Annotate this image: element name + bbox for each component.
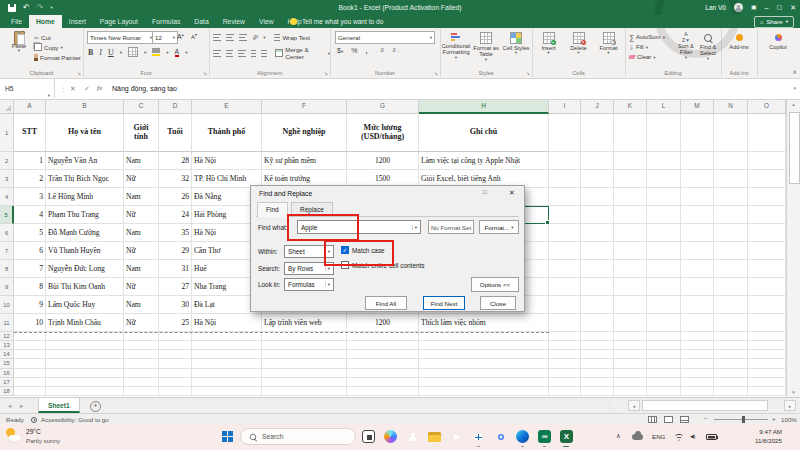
format-cells-button[interactable]: ✱ Format▾ [594, 32, 623, 56]
normal-view-icon[interactable] [648, 416, 657, 423]
cell[interactable] [549, 332, 581, 341]
align-top-icon[interactable] [213, 34, 221, 41]
column-header-L[interactable]: L [647, 99, 681, 114]
edge-icon[interactable] [516, 430, 529, 443]
cell[interactable] [614, 369, 647, 378]
cell[interactable]: 28 [159, 152, 192, 170]
cell[interactable]: 29 [159, 242, 192, 260]
cell[interactable]: Họ và tên [46, 114, 124, 152]
percent-format-icon[interactable]: % [351, 47, 357, 54]
cell[interactable]: 7 [14, 260, 46, 278]
cell[interactable] [681, 206, 714, 224]
cell[interactable] [614, 170, 647, 188]
cell[interactable] [124, 332, 159, 341]
collapse-ribbon-icon[interactable]: ∧ [793, 68, 797, 75]
cell[interactable] [262, 387, 347, 396]
cell[interactable] [681, 369, 714, 378]
row-header-2[interactable]: 2 [0, 152, 14, 170]
clipboard-dialog-launcher-icon[interactable]: ↘ [77, 70, 81, 76]
cell[interactable] [192, 359, 262, 368]
cell[interactable] [419, 350, 549, 359]
share-button[interactable]: ⌂ Share ▾ [754, 16, 794, 28]
expand-formula-bar-icon[interactable]: ▾ [793, 79, 796, 98]
row-header-12[interactable]: 12 [0, 332, 14, 341]
cell[interactable] [748, 387, 786, 396]
user-avatar[interactable] [734, 3, 743, 12]
language-indicator[interactable]: ENG [652, 433, 665, 440]
cell[interactable] [46, 332, 124, 341]
cell[interactable] [159, 350, 192, 359]
dialog-maximize-icon[interactable]: □ [483, 189, 487, 195]
fill-color-icon[interactable] [152, 48, 160, 56]
cell[interactable] [681, 224, 714, 242]
cell[interactable] [581, 387, 614, 396]
cell[interactable] [681, 242, 714, 260]
cell[interactable] [262, 341, 347, 350]
column-header-C[interactable]: C [124, 99, 159, 114]
cell[interactable] [347, 369, 419, 378]
cell[interactable] [581, 224, 614, 242]
zoom-slider-thumb[interactable] [742, 416, 745, 423]
cell[interactable] [681, 332, 714, 341]
cell[interactable] [159, 359, 192, 368]
cell[interactable] [748, 188, 786, 206]
font-dialog-launcher-icon[interactable]: ↘ [203, 70, 207, 76]
cell[interactable]: Kỹ sư phần mềm [262, 152, 347, 170]
row-header-3[interactable]: 3 [0, 170, 14, 188]
increase-font-icon[interactable]: A▴ [177, 32, 184, 40]
cell[interactable] [14, 387, 46, 396]
look-in-dropdown[interactable]: Formulas▾ [284, 278, 334, 291]
cell[interactable]: STT [14, 114, 46, 152]
sheet-nav-left-icon[interactable]: ◂ [8, 398, 11, 414]
row-header-9[interactable]: 9 [0, 278, 14, 296]
cell[interactable] [714, 378, 748, 387]
cell[interactable] [347, 387, 419, 396]
cell[interactable] [46, 350, 124, 359]
zoom-in-icon[interactable]: + [772, 415, 776, 422]
format-button[interactable]: Format...▾ [479, 220, 519, 234]
cell[interactable] [681, 188, 714, 206]
weather-icon[interactable] [6, 428, 22, 444]
orientation-icon[interactable]: ab [251, 33, 260, 42]
cell[interactable] [192, 369, 262, 378]
wifi-icon[interactable] [674, 433, 684, 441]
cell[interactable] [419, 341, 549, 350]
cell[interactable] [714, 359, 748, 368]
cell[interactable] [124, 387, 159, 396]
cell[interactable] [748, 170, 786, 188]
alignment-dialog-launcher-icon[interactable]: ↘ [324, 70, 328, 76]
find-what-dropdown-icon[interactable]: ▾ [412, 225, 417, 230]
format-as-table-button[interactable]: Format as Table▾ [471, 32, 501, 62]
accessibility-status[interactable]: Accessibility: Good to go [41, 416, 109, 423]
cell[interactable] [347, 350, 419, 359]
copilot-button[interactable]: Copilot [761, 34, 795, 50]
taskbar-copilot-icon[interactable] [384, 430, 397, 443]
insert-function-icon[interactable]: fx [97, 79, 102, 98]
cell[interactable]: Nguyễn Văn An [46, 152, 124, 170]
cell[interactable] [124, 378, 159, 387]
clock-date[interactable]: 11/8/2025 [730, 437, 782, 444]
cell[interactable] [419, 387, 549, 396]
weather-temperature[interactable]: 29°C [26, 428, 41, 435]
cell[interactable]: 2 [14, 170, 46, 188]
cell[interactable] [46, 378, 124, 387]
row-header-10[interactable]: 10 [0, 296, 14, 314]
cell[interactable] [159, 378, 192, 387]
cell[interactable]: Thành phố [192, 114, 262, 152]
clear-button[interactable]: Clear▾ [629, 52, 665, 62]
horizontal-scrollbar-thumb[interactable] [642, 400, 768, 411]
user-name[interactable]: Lan Vũ [705, 4, 726, 11]
cell[interactable] [748, 314, 786, 332]
row-header-13[interactable]: 13 [0, 341, 14, 350]
cell[interactable]: Đỗ Mạnh Cường [46, 224, 124, 242]
cell[interactable]: Giới tính [124, 114, 159, 152]
cell[interactable]: Thích làm việc nhóm [419, 314, 549, 332]
row-header-5[interactable]: 5 [0, 206, 14, 224]
underline-button[interactable]: U [108, 48, 114, 57]
ribbon-tab-view[interactable]: View [252, 15, 281, 28]
cell[interactable] [614, 341, 647, 350]
cell[interactable] [714, 206, 748, 224]
tell-me-box[interactable]: Tell me what you want to do [302, 15, 383, 28]
close-dialog-button[interactable]: Close [480, 296, 516, 310]
cell[interactable] [647, 314, 681, 332]
